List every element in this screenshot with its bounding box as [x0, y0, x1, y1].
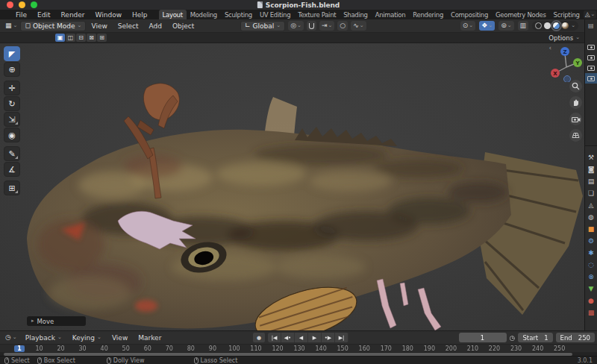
render-visibility-camera[interactable]	[585, 73, 597, 84]
show-overlays-toggle[interactable]: ⊚ ⌄	[498, 21, 513, 31]
render-visibility-camera[interactable]	[585, 52, 597, 63]
close-window-button[interactable]	[7, 1, 13, 8]
playhead[interactable]: 1	[14, 345, 25, 352]
menu-item[interactable]: Window	[90, 11, 128, 19]
workspace-tab[interactable]: Geometry Nodes	[492, 10, 550, 19]
navigation-gizmo[interactable]: Z X Y	[549, 45, 584, 82]
editor-type-button[interactable]: ▦ ⌄	[0, 22, 20, 29]
scrollbar-thumb[interactable]	[4, 353, 572, 356]
shading-solid-button[interactable]	[544, 22, 551, 29]
camera-view-button[interactable]	[569, 113, 582, 125]
timecode-icon[interactable]: ◷	[510, 334, 516, 342]
menu-item[interactable]: File	[10, 11, 32, 19]
operator-redo-panel[interactable]: ▸ Move	[27, 316, 86, 326]
scene-browse-button[interactable]: ◬ ⌄	[584, 10, 597, 19]
orientation-selector[interactable]: ∟ Global ⌄	[240, 21, 285, 31]
proportional-edit-toggle[interactable]: ○	[337, 21, 348, 31]
workspace-tab[interactable]: Rendering	[409, 10, 447, 19]
tab-texture[interactable]: ▩	[585, 307, 597, 318]
select-mode-extend[interactable]: ◫	[66, 34, 75, 42]
menu-item[interactable]: Edit	[32, 11, 55, 19]
annotate-tool[interactable]: ✎	[4, 146, 20, 161]
timeline-menu-item[interactable]: Playback ⌄	[20, 334, 67, 342]
snap-target-selector[interactable]: ⇥ ⌄	[319, 21, 334, 31]
workspace-tab[interactable]: Layout	[159, 10, 187, 19]
xray-toggle[interactable]: ▥	[518, 21, 529, 31]
shading-rendered-button[interactable]	[562, 22, 569, 29]
tab-particles[interactable]: ✱	[585, 247, 597, 259]
tab-output[interactable]: ▤	[585, 175, 597, 187]
workspace-tab[interactable]: UV Editing	[256, 10, 294, 19]
tab-world[interactable]: ◍	[585, 211, 597, 223]
next-keyframe-button[interactable]: •▶	[322, 333, 335, 342]
play-reverse-button[interactable]: ◀	[295, 333, 308, 342]
cursor-tool[interactable]: ⊕	[4, 62, 20, 77]
pivot-point-selector[interactable]: ◎ ⌄	[288, 21, 304, 31]
workspace-tab[interactable]: Animation	[372, 10, 410, 19]
workspace-tab[interactable]: Compositing	[447, 10, 492, 19]
tab-render[interactable]: ◙	[585, 163, 597, 175]
tab-tool[interactable]: ⚒	[585, 151, 597, 163]
shading-material-preview-button[interactable]	[553, 22, 560, 29]
jump-to-end-button[interactable]: ▶|	[335, 333, 348, 342]
select-mode-subtract[interactable]: ⊟	[76, 34, 86, 42]
auto-keying-button[interactable]: ●	[253, 333, 265, 342]
select-mode-new[interactable]: ▣	[55, 34, 65, 42]
timeline-editor-type-button[interactable]: ◷ ⌄	[0, 334, 20, 341]
select-mode-intersect[interactable]: ⊞	[97, 34, 107, 42]
snap-toggle[interactable]	[307, 21, 316, 31]
add-cube-tool[interactable]: ⊞	[4, 181, 20, 195]
render-visibility-camera[interactable]	[585, 42, 597, 52]
start-frame-field[interactable]: Start 1	[518, 333, 552, 342]
tab-data[interactable]: ▼	[585, 283, 597, 295]
play-button[interactable]: ▶	[308, 333, 322, 342]
transform-tool[interactable]: ◉	[4, 128, 20, 142]
timeline-menu-item[interactable]: Keying ⌄	[67, 334, 107, 342]
timeline-ruler[interactable]: 1 10203040506070809010011012013014015016…	[0, 344, 597, 352]
viewport-menu-item[interactable]: Add	[144, 22, 167, 30]
workspace-tab[interactable]: Shading	[340, 10, 371, 19]
workspace-tab[interactable]: Texture Paint	[294, 10, 340, 19]
tab-material[interactable]: ●	[585, 295, 597, 307]
end-frame-field[interactable]: End 250	[556, 333, 595, 342]
rotate-tool[interactable]: ↻	[4, 96, 20, 111]
render-visibility-camera[interactable]	[585, 63, 597, 73]
shading-wireframe-button[interactable]	[535, 22, 542, 29]
workspace-tab[interactable]: Sculpting	[221, 10, 256, 19]
workspace-tab[interactable]: Modeling	[187, 10, 221, 19]
proportional-falloff-selector[interactable]: ∿ ⌄	[351, 21, 366, 31]
viewport-menu-item[interactable]: Object	[167, 22, 199, 30]
move-tool[interactable]: ✛	[4, 81, 20, 95]
menu-item[interactable]: Help	[127, 11, 153, 19]
object-visibility-selector[interactable]: ⊙ ⌄	[460, 21, 475, 31]
viewport-menu-item[interactable]: Select	[113, 22, 144, 30]
pan-button[interactable]	[569, 96, 582, 109]
mode-selector[interactable]: ◻ Object Mode ⌄	[20, 21, 86, 31]
tab-modifiers[interactable]: ⚙	[585, 235, 597, 247]
scorpion-fish-model[interactable]	[0, 43, 584, 330]
tab-constraints[interactable]: ⊗	[585, 271, 597, 283]
timeline-menu-item[interactable]: Marker	[133, 334, 166, 342]
measure-tool[interactable]: ∡	[4, 162, 20, 177]
select-mode-invert[interactable]: ⊠	[87, 34, 96, 42]
select-box-tool[interactable]: ◤	[4, 46, 20, 61]
prev-keyframe-button[interactable]: ◀•	[281, 333, 295, 342]
minimize-window-button[interactable]	[19, 1, 25, 8]
tab-object[interactable]: ■	[585, 223, 597, 235]
current-frame-field[interactable]: 1	[459, 333, 507, 342]
tab-view-layer[interactable]: ❏	[585, 187, 597, 199]
timeline-menu-item[interactable]: View	[107, 334, 133, 342]
jump-to-start-button[interactable]: |◀	[268, 333, 281, 342]
zoom-button[interactable]	[569, 80, 582, 92]
scale-tool[interactable]: ⇲	[4, 112, 20, 127]
zoom-window-button[interactable]	[31, 1, 37, 8]
workspace-tab[interactable]: Scripting	[550, 10, 584, 19]
tab-scene[interactable]: ◬	[585, 199, 597, 211]
tab-physics[interactable]: ◌	[585, 259, 597, 271]
viewport-menu-item[interactable]: View	[86, 22, 112, 30]
sidebar-toggle-arrow[interactable]: ‹	[548, 44, 551, 51]
menu-item[interactable]: Render	[56, 11, 90, 19]
show-gizmos-toggle[interactable]: ❖ ⌄	[479, 21, 495, 31]
options-dropdown[interactable]: Options ⌄	[548, 34, 580, 42]
viewport-3d[interactable]: ◤⊕✛↻⇲◉✎∡⊞ Z X Y	[0, 43, 584, 330]
